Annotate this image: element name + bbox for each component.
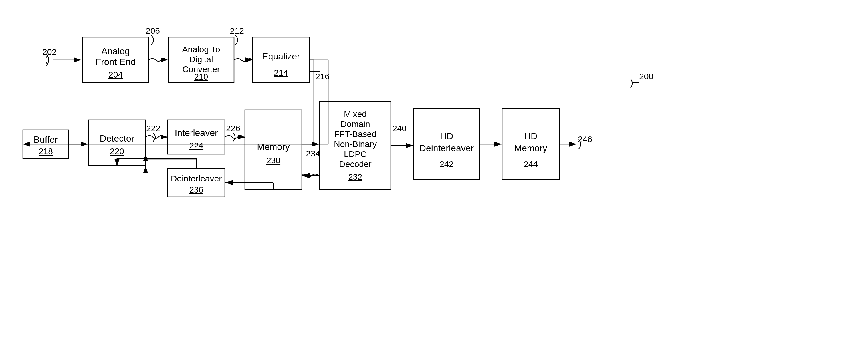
ref-200: 200 bbox=[639, 71, 653, 81]
buffer-label: Buffer bbox=[34, 134, 58, 145]
ldpc-number: 232 bbox=[348, 172, 362, 181]
equalizer-label: Equalizer bbox=[262, 51, 300, 61]
ldpc-label2: Domain bbox=[340, 119, 370, 129]
interleaver-label: Interleaver bbox=[175, 127, 218, 138]
ldpc-label6: Decoder bbox=[339, 159, 371, 169]
ldpc-label1: Mixed bbox=[344, 109, 367, 119]
ref-240: 240 bbox=[392, 124, 407, 133]
analog-front-end-number: 204 bbox=[108, 70, 123, 79]
hd-memory-label1: HD bbox=[524, 131, 537, 141]
ref-234: 234 bbox=[306, 149, 320, 158]
adc-label1: Analog To bbox=[182, 44, 220, 54]
adc-label2: Digital bbox=[189, 55, 213, 64]
analog-front-end-label2: Front End bbox=[96, 57, 136, 67]
hd-memory-label2: Memory bbox=[514, 143, 547, 153]
diagram-container: Analog Front End 204 Analog To Digital C… bbox=[0, 0, 868, 359]
hd-deinterleaver-number: 242 bbox=[439, 159, 454, 169]
interleaver-number: 224 bbox=[189, 141, 204, 150]
ref-206: 206 bbox=[146, 26, 160, 35]
ref-246: 246 bbox=[578, 134, 592, 144]
deinterleaver-number: 236 bbox=[189, 185, 203, 195]
deinterleaver-label: Deinterleaver bbox=[171, 174, 222, 183]
ref-216: 216 bbox=[315, 71, 330, 81]
memory-label: Memory bbox=[257, 142, 290, 152]
block-diagram-svg: Analog Front End 204 Analog To Digital C… bbox=[0, 0, 868, 359]
hd-deinterleaver-label1: HD bbox=[440, 131, 453, 141]
hd-memory-number: 244 bbox=[524, 159, 538, 169]
adc-number: 210 bbox=[194, 72, 208, 81]
ref-226: 226 bbox=[226, 124, 240, 133]
analog-front-end-label: Analog bbox=[101, 46, 130, 56]
equalizer-number: 214 bbox=[274, 68, 288, 77]
buffer-number: 218 bbox=[38, 146, 53, 156]
detector-number: 220 bbox=[110, 146, 124, 156]
ldpc-label5: LDPC bbox=[344, 149, 367, 159]
ref-222: 222 bbox=[146, 124, 160, 133]
hd-deinterleaver-label2: Deinterleaver bbox=[420, 143, 474, 153]
ldpc-label3: FFT-Based bbox=[334, 129, 376, 139]
ref-212: 212 bbox=[230, 26, 244, 35]
ref-202: 202 bbox=[42, 47, 57, 57]
memory-number: 230 bbox=[266, 155, 280, 165]
detector-label: Detector bbox=[100, 133, 134, 144]
ldpc-label4: Non-Binary bbox=[334, 139, 377, 149]
